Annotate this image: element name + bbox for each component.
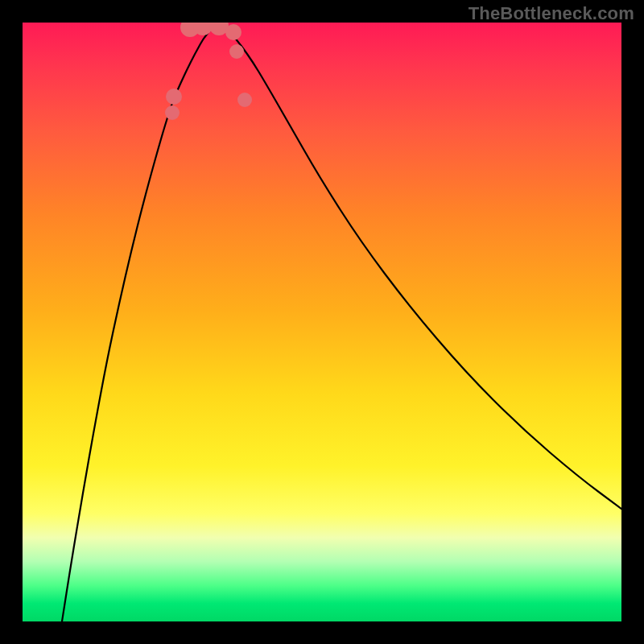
curve-layer [23,23,621,621]
marker-group [165,23,252,120]
marker-dot [165,105,180,120]
marker-dot [225,24,242,40]
watermark-text: TheBottleneck.com [469,3,634,24]
chart-frame: TheBottleneck.com [0,0,644,644]
marker-dot [237,93,252,107]
marker-dot [229,44,244,59]
left-curve [62,23,219,621]
right-curve [219,23,621,509]
marker-dot [166,89,182,105]
plot-area [23,23,621,621]
